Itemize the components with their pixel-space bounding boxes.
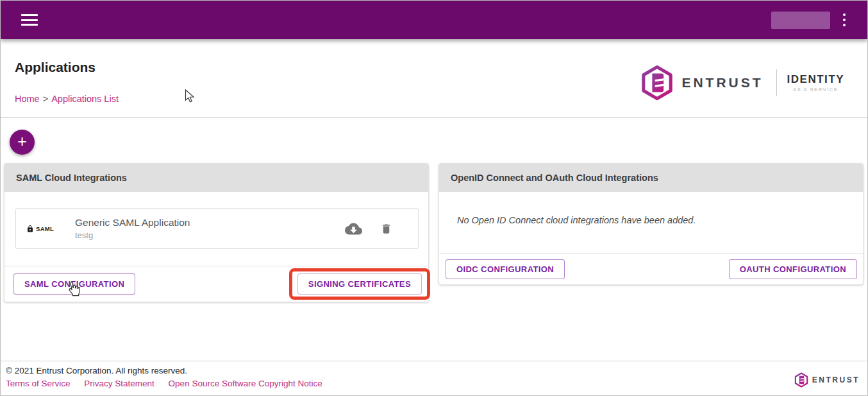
- brand-divider: [776, 69, 777, 96]
- red-highlight-annotation: SIGNING CERTIFICATES: [289, 268, 430, 300]
- entrust-hexagon-icon-small: [794, 372, 808, 388]
- oidc-configuration-button[interactable]: OIDC CONFIGURATION: [446, 259, 565, 279]
- download-metadata-button[interactable]: [345, 223, 362, 235]
- footer-links: Terms of Service Privacy Statement Open …: [6, 379, 861, 388]
- page-title: Applications: [15, 60, 96, 75]
- app-window: Applications Home>Applications List ENTR…: [0, 0, 868, 396]
- entrust-identity-logo: ENTRUST IDENTITY AS A SERVICE: [640, 65, 844, 101]
- footer-entrust-wordmark: ENTRUST: [812, 375, 860, 384]
- hamburger-menu-icon[interactable]: [21, 12, 38, 29]
- saml-type-badge: SAML: [26, 225, 66, 233]
- entrust-wordmark: ENTRUST: [681, 75, 763, 90]
- breadcrumb-home-link[interactable]: Home: [15, 94, 40, 104]
- copyright-text: © 2021 Entrust Corporation. All rights r…: [6, 366, 861, 375]
- add-application-button[interactable]: +: [10, 130, 35, 155]
- saml-configuration-button[interactable]: SAML CONFIGURATION: [13, 273, 135, 295]
- oidc-panel-header: OpenID Connect and OAuth Cloud Integrati…: [439, 164, 863, 192]
- breadcrumb-separator: >: [43, 94, 48, 104]
- open-source-copyright-link[interactable]: Open Source Software Copyright Notice: [169, 379, 322, 388]
- oidc-empty-message: No Open ID Connect cloud integrations ha…: [457, 215, 863, 225]
- saml-type-label: SAML: [36, 225, 54, 232]
- breadcrumb-current-link[interactable]: Applications List: [51, 94, 119, 104]
- top-app-bar: [1, 1, 867, 39]
- kebab-menu-icon[interactable]: [839, 11, 850, 30]
- padlock-icon: [26, 225, 34, 233]
- delete-application-button[interactable]: [380, 222, 392, 236]
- cloud-download-icon: [345, 223, 362, 235]
- terms-of-service-link[interactable]: Terms of Service: [6, 379, 71, 388]
- identity-sub-wordmark: AS A SERVICE: [787, 87, 844, 92]
- entrust-hexagon-icon: [640, 65, 674, 101]
- application-subtitle: testg: [75, 230, 190, 240]
- application-name: Generic SAML Application: [75, 217, 190, 228]
- breadcrumb: Home>Applications List: [15, 94, 119, 104]
- saml-application-row[interactable]: SAML Generic SAML Application testg: [15, 208, 419, 249]
- oauth-configuration-button[interactable]: OAUTH CONFIGURATION: [729, 259, 857, 279]
- plus-icon: +: [17, 132, 27, 150]
- oidc-oauth-integrations-panel: OpenID Connect and OAuth Cloud Integrati…: [438, 163, 864, 285]
- identity-wordmark: IDENTITY: [787, 73, 844, 86]
- footer-entrust-logo: ENTRUST: [794, 372, 860, 388]
- page-header: Applications Home>Applications List ENTR…: [1, 39, 867, 118]
- signing-certificates-button[interactable]: SIGNING CERTIFICATES: [297, 273, 422, 295]
- privacy-statement-link[interactable]: Privacy Statement: [84, 379, 154, 388]
- main-content: + SAML Cloud Integrations SAML Ge: [1, 119, 867, 361]
- trash-icon: [380, 222, 392, 236]
- account-name-redacted: [771, 12, 830, 29]
- saml-panel-header: SAML Cloud Integrations: [4, 164, 428, 192]
- saml-integrations-panel: SAML Cloud Integrations SAML Generic SAM…: [4, 163, 429, 302]
- page-footer: © 2021 Entrust Corporation. All rights r…: [1, 361, 867, 395]
